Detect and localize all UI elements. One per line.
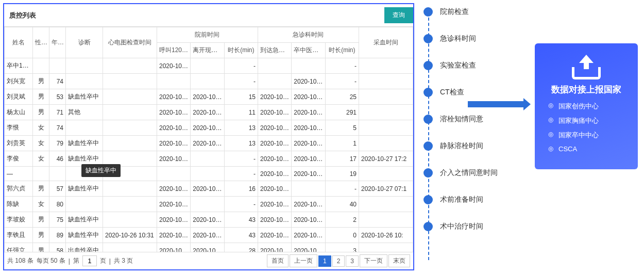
timeline: 院前检查急诊科时间实验室检查CT检查溶栓知情同意静脉溶栓时间介入之情同意时间术前… (423, 7, 527, 265)
pg-prev[interactable]: 上一页 (290, 254, 317, 267)
table-row[interactable]: 陈缺女802020-10-26 13:41-2020-10-26 14:0220… (5, 197, 413, 212)
cell-arrive (258, 58, 291, 74)
cell-sex: 女 (33, 151, 49, 167)
cell-age (49, 167, 66, 181)
timeline-item[interactable]: 静脉溶栓时间 (423, 141, 527, 151)
cell-age (49, 58, 66, 74)
table-row[interactable]: 杨太山男71其他2020-10-28 10:352020-10-28 10:47… (5, 105, 413, 120)
cell-name: 李铁且 (5, 228, 33, 243)
table-row[interactable]: 刘贵英女79缺血性卒中2020-10-27 07:492020-10-27 08… (5, 136, 413, 151)
cell-name: 杨太山 (5, 105, 33, 120)
col-call120[interactable]: 呼叫120时间 (157, 43, 191, 58)
qc-table: 姓名 性别 年龄 诊断 心电图检查时间 院前时间 急诊科时间 采血时间 呼叫12… (4, 27, 413, 252)
table-row[interactable]: 李恨女742020-10-27 10:312020-10-27 10:43132… (5, 120, 413, 136)
cell-dur2: - (325, 181, 359, 197)
cell-age: 53 (49, 89, 66, 105)
cell-doc: 2020-10-27 08:16 (292, 136, 325, 151)
cell-call120: 2020-10-27 07:05 (157, 181, 191, 197)
cell-diag: 缺血性卒中 (66, 181, 103, 197)
timeline-item[interactable]: 急诊科时间 (423, 34, 527, 43)
col-name[interactable]: 姓名 (5, 27, 33, 58)
cell-arrive: 2020-10-27 07:29 (258, 181, 291, 197)
cell-dur1: - (224, 151, 258, 167)
pg-next[interactable]: 下一页 (360, 254, 387, 267)
timeline-item[interactable]: 院前检查 (423, 7, 527, 17)
timeline-item[interactable]: 实验室检查 (423, 61, 527, 70)
cell-arrive: 2020-10-26 10:58 (258, 228, 291, 243)
timeline-label: 静脉溶栓时间 (440, 141, 483, 151)
cell-dur2: 1 (325, 136, 359, 151)
cell-doc: 2020-10-28 15:50 (292, 105, 325, 120)
col-age[interactable]: 年龄 (49, 27, 66, 58)
timeline-item[interactable]: 介入之情同意时间 (423, 168, 527, 178)
cell-diag: 出血性卒中 (66, 243, 103, 252)
cell-diag: 缺血性卒中 (66, 136, 103, 151)
col-blood[interactable]: 采血时间 (359, 27, 413, 58)
cell-doc: 2020-10-26 07:20 (292, 243, 325, 252)
timeline-item[interactable]: 术前准备时间 (423, 195, 527, 204)
cell-name: 李俊 (5, 151, 33, 167)
cell-doc: 2020-10-27 18:15 (292, 151, 325, 167)
cell-name: 陈缺 (5, 197, 33, 212)
col-sex[interactable]: 性别 (33, 27, 49, 58)
timeline-label: 急诊科时间 (440, 34, 476, 43)
pager: 共 108 条 每页 50 条| 第 页| 共 3 页 首页 上一页 1 2 3… (4, 252, 413, 269)
table-row[interactable]: 李坡姣男75缺血性卒中2020-10-26 12:472020-10-26 13… (5, 212, 413, 228)
cell-diag: 其他 (66, 105, 103, 120)
cell-diag (66, 74, 103, 89)
pg-1[interactable]: 1 (318, 255, 331, 267)
pg-input[interactable] (82, 255, 97, 266)
table-row[interactable]: 李铁且男89缺血性卒中2020-10-26 10:312020-10-26 09… (5, 228, 413, 243)
cell-doc: 2020-10-26 14:42 (292, 197, 325, 212)
cell-dur1: 16 (224, 181, 258, 197)
timeline-label: CT检查 (440, 88, 464, 97)
col-stroke-doc[interactable]: 卒中医生接诊时间 (292, 43, 325, 58)
col-dur2[interactable]: 时长(min) (325, 43, 359, 58)
pg-3[interactable]: 3 (346, 255, 359, 267)
cell-name: 郭六贞 (5, 181, 33, 197)
timeline-label: 术前准备时间 (440, 195, 483, 204)
cell-leave (191, 151, 224, 167)
cell-dur1: 11 (224, 105, 258, 120)
col-arrive-ed[interactable]: 到达急诊科时间 (258, 43, 291, 58)
cell-age: 74 (49, 74, 66, 89)
cell-name: — (5, 167, 33, 181)
table-row[interactable]: 任强立男58出血性卒中2020-10-26 06:412020-10-26 07… (5, 243, 413, 252)
cell-doc (292, 58, 325, 74)
cell-dur1: 43 (224, 212, 258, 228)
pg-first[interactable]: 首页 (267, 254, 289, 267)
col-ecg[interactable]: 心电图检查时间 (103, 27, 157, 58)
table-row[interactable]: —-2020-10-27 11:002020-10-27 11:1919 (5, 167, 413, 181)
cell-name: 李坡姣 (5, 212, 33, 228)
timeline-item[interactable]: CT检查 (423, 88, 527, 97)
table-row[interactable]: 卒中1029172020-10-29 17:28-- (5, 58, 413, 74)
table-row[interactable]: 李俊女46缺血性卒中2020-10-27 17:32-2020-10-27 17… (5, 151, 413, 167)
cell-dur2: 40 (325, 197, 359, 212)
cell-diag (66, 197, 103, 212)
upload-icon (572, 55, 601, 79)
pg-last[interactable]: 末页 (388, 254, 410, 267)
cell-dur2: 291 (325, 105, 359, 120)
col-dur1[interactable]: 时长(min) (224, 43, 258, 58)
timeline-item[interactable]: 溶栓知情同意 (423, 115, 527, 124)
table-row[interactable]: 郭六贞男57缺血性卒中2020-10-27 07:052020-10-27 07… (5, 181, 413, 197)
pg-2[interactable]: 2 (332, 255, 345, 267)
col-diag[interactable]: 诊断 (66, 27, 103, 58)
table-row[interactable]: 刘灵斌男53缺血性卒中2020-10-28 20:582020-10-28 21… (5, 89, 413, 105)
timeline-dot-icon (423, 222, 433, 231)
cell-dur1: - (224, 197, 258, 212)
callout-item: 国家创伤中心 (558, 102, 629, 111)
cell-arrive: 2020-10-27 11:01 (258, 120, 291, 136)
callout-item: 国家卒中中心 (558, 131, 629, 140)
cell-blood (359, 58, 413, 74)
query-button[interactable]: 查询 (384, 7, 413, 23)
table-row[interactable]: 刘兴宽男74-2020-10-29 09:43- (5, 74, 413, 89)
col-leave[interactable]: 离开现场时间 (191, 43, 224, 58)
cell-age: 75 (49, 212, 66, 228)
cell-blood (359, 74, 413, 89)
cell-arrive: 2020-10-28 10:59 (258, 105, 291, 120)
cell-call120: 2020-10-26 09:50 (157, 228, 191, 243)
timeline-item[interactable]: 术中治疗时间 (423, 222, 527, 231)
cell-blood (359, 197, 413, 212)
cell-ecg (103, 58, 157, 74)
